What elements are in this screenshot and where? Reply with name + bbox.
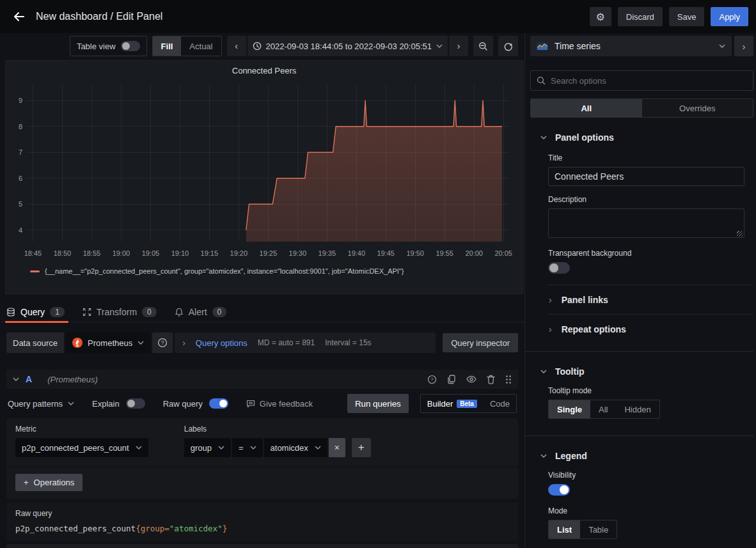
- explain-toggle[interactable]: [126, 398, 145, 409]
- save-button[interactable]: Save: [669, 7, 705, 26]
- all-tab[interactable]: All: [531, 99, 642, 117]
- prometheus-icon: [72, 338, 83, 348]
- panel-description-textarea[interactable]: [548, 208, 744, 238]
- legend-visibility-toggle[interactable]: [548, 484, 570, 496]
- timeseries-plot[interactable]: 45678918:4518:5018:5519:0019:0519:1019:1…: [6, 75, 524, 266]
- panel-settings-button[interactable]: ⚙: [590, 7, 611, 26]
- metric-select[interactable]: p2p_connected_peers_count: [15, 438, 148, 457]
- label-value-select[interactable]: atomicdex: [264, 438, 327, 457]
- plus-icon: +: [24, 478, 29, 487]
- raw-query-block: Raw query p2p_connected_peers_count{grou…: [6, 503, 518, 541]
- beta-badge: Beta: [457, 400, 477, 408]
- legend-series-label: {__name__="p2p_connected_peers_count", g…: [45, 267, 404, 275]
- repeat-options-section[interactable]: › Repeat options: [547, 314, 753, 343]
- svg-text:9: 9: [19, 97, 22, 104]
- raw-query-label: Raw query: [163, 399, 203, 409]
- tooltip-section-header[interactable]: Tooltip: [525, 357, 753, 386]
- tab-query[interactable]: Query 1: [6, 302, 65, 322]
- title-field-label: Title: [548, 153, 744, 162]
- tab-transform[interactable]: Transform 0: [83, 302, 157, 322]
- builder-option[interactable]: Builder Beta: [421, 395, 484, 412]
- run-queries-button[interactable]: Run queries: [347, 394, 409, 413]
- search-options-input[interactable]: [551, 76, 747, 86]
- raw-attr: group=: [141, 524, 169, 533]
- tooltip-mode-hidden[interactable]: Hidden: [616, 400, 659, 418]
- raw-query-toggle[interactable]: [209, 398, 228, 409]
- legend-mode-table[interactable]: Table: [580, 521, 617, 538]
- duplicate-icon[interactable]: [447, 375, 456, 384]
- collapse-options-button[interactable]: ›: [734, 36, 753, 56]
- query-header[interactable]: A (Prometheus) ?: [6, 370, 518, 389]
- repeat-options-label: Repeat options: [562, 324, 626, 334]
- time-range-picker[interactable]: 2022-09-03 18:44:05 to 2022-09-03 20:05:…: [248, 36, 448, 56]
- remove-label-button[interactable]: ×: [329, 438, 345, 457]
- fill-actual-segmented: Fill Actual: [152, 36, 222, 56]
- query-patterns-dropdown[interactable]: Query patterns: [8, 399, 74, 409]
- fill-option[interactable]: Fill: [153, 36, 182, 56]
- visualization-picker-row: Time series ›: [530, 36, 753, 56]
- query-options-footer[interactable]: › Options Legend: Auto Format: Time seri…: [6, 544, 518, 548]
- section-divider: [525, 435, 753, 436]
- chevron-down-icon: [68, 402, 74, 405]
- raw-query-code: p2p_connected_peers_count{group="atomicd…: [15, 524, 509, 533]
- main-column: Table view Fill Actual ‹ 2022-09-03 18:4…: [0, 33, 524, 548]
- chevron-right-icon: ›: [549, 324, 552, 334]
- panel-options-fields: Title Description Transparent background: [525, 153, 753, 285]
- refresh-button[interactable]: [498, 36, 518, 56]
- overrides-tab[interactable]: Overrides: [642, 99, 753, 117]
- chevron-down-icon: [719, 44, 725, 48]
- give-feedback-link[interactable]: Give feedback: [246, 399, 313, 409]
- add-label-button[interactable]: +: [352, 438, 371, 457]
- transparent-background-toggle[interactable]: [548, 262, 570, 274]
- label-name-select[interactable]: group: [184, 438, 231, 457]
- svg-text:18:55: 18:55: [83, 249, 101, 257]
- search-icon: [537, 76, 546, 85]
- visualization-picker[interactable]: Time series: [530, 36, 732, 56]
- legend-section-header[interactable]: Legend: [525, 441, 753, 471]
- time-shift-back-button[interactable]: ‹: [227, 36, 246, 56]
- time-shift-forward-button[interactable]: ›: [449, 36, 468, 56]
- operations-block: + Operations: [6, 467, 518, 499]
- all-overrides-segmented: All Overrides: [530, 98, 753, 118]
- datasource-help-button[interactable]: ?: [152, 333, 173, 353]
- panel-links-section[interactable]: › Panel links: [547, 285, 753, 314]
- panel-options-header[interactable]: Panel options: [525, 123, 753, 152]
- code-option[interactable]: Code: [484, 395, 516, 412]
- query-options-link[interactable]: Query options: [196, 338, 248, 348]
- tab-alert[interactable]: Alert 0: [175, 302, 226, 322]
- legend-mode-list[interactable]: List: [549, 521, 580, 538]
- tooltip-mode-single[interactable]: Single: [549, 400, 590, 418]
- query-inspector-button[interactable]: Query inspector: [443, 333, 518, 352]
- datasource-picker[interactable]: Prometheus: [66, 333, 150, 353]
- question-circle-icon: ?: [157, 338, 168, 348]
- hide-response-eye-icon[interactable]: [466, 375, 476, 383]
- svg-text:6: 6: [19, 175, 22, 182]
- tooltip-mode-all[interactable]: All: [590, 400, 616, 418]
- svg-text:19:50: 19:50: [406, 249, 424, 257]
- svg-text:8: 8: [19, 123, 22, 130]
- legend-series-swatch: [30, 270, 40, 272]
- table-view-toggle[interactable]: [121, 41, 140, 51]
- back-button[interactable]: [8, 5, 31, 28]
- legend-item[interactable]: {__name__="p2p_connected_peers_count", g…: [30, 267, 523, 275]
- trash-icon[interactable]: [487, 375, 495, 384]
- label-operator-select[interactable]: =: [232, 438, 263, 457]
- zoom-out-button[interactable]: [473, 36, 493, 56]
- explain-label: Explain: [92, 399, 120, 409]
- add-operations-button[interactable]: + Operations: [15, 474, 83, 491]
- panel-links-label: Panel links: [562, 295, 608, 305]
- help-icon[interactable]: ?: [427, 375, 437, 384]
- chevron-right-icon: ›: [743, 41, 746, 52]
- query-options-bar[interactable]: › Query options MD = auto = 891 Interval…: [175, 333, 436, 353]
- builder-code-segmented: Builder Beta Code: [420, 394, 517, 413]
- chevron-right-icon: ›: [549, 295, 552, 305]
- actual-option[interactable]: Actual: [181, 36, 221, 56]
- apply-button[interactable]: Apply: [711, 7, 748, 26]
- panel-title-input[interactable]: [548, 167, 744, 186]
- code-label: Code: [490, 399, 510, 409]
- transparent-background-label: Transparent background: [548, 249, 744, 258]
- discard-button[interactable]: Discard: [618, 7, 663, 26]
- drag-handle-icon[interactable]: [505, 375, 512, 384]
- query-builder-toolbar: Query patterns Explain Raw query Give fe…: [6, 393, 518, 414]
- legend-section-title: Legend: [555, 451, 587, 461]
